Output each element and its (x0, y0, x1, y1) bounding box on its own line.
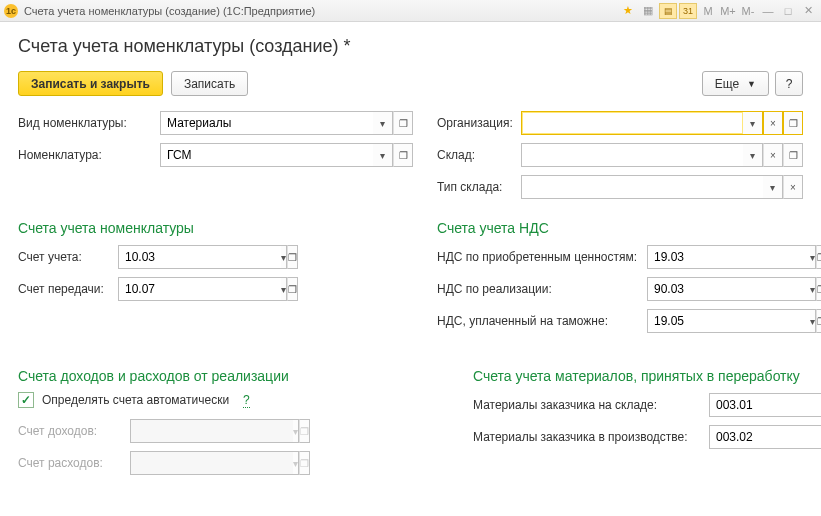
vat-sale-input[interactable]: ▾ ❐ (647, 277, 777, 301)
customer-production-input[interactable]: ▾ ❐ (709, 425, 821, 449)
warehouse-field[interactable] (521, 143, 743, 167)
clear-icon[interactable]: × (763, 111, 783, 135)
dropdown-icon[interactable]: ▾ (743, 111, 763, 135)
nomenclature-type-input[interactable]: ▾ ❐ (160, 111, 413, 135)
nomenclature-label: Номенклатура: (18, 148, 160, 162)
app-icon: 1c (4, 4, 18, 18)
more-button-label: Еще (715, 77, 739, 91)
more-button[interactable]: Еще ▼ (702, 71, 769, 96)
nomenclature-field[interactable] (160, 143, 373, 167)
mem-mplus-button[interactable]: M+ (719, 3, 737, 19)
clear-icon[interactable]: × (763, 143, 783, 167)
open-icon[interactable]: ❐ (393, 143, 413, 167)
vat-customs-label: НДС, уплаченный на таможне: (437, 314, 647, 328)
section-income-expense: Счета доходов и расходов от реализации (18, 368, 463, 384)
favorite-icon[interactable]: ★ (619, 3, 637, 19)
income-account-label: Счет доходов: (18, 424, 130, 438)
organization-field[interactable] (521, 111, 743, 135)
account-input[interactable]: ▾ ❐ (118, 245, 248, 269)
vat-purchase-label: НДС по приобретенным ценностям: (437, 250, 647, 264)
window-title: Счета учета номенклатуры (создание) (1С:… (24, 5, 619, 17)
auto-accounts-checkbox[interactable] (18, 392, 34, 408)
mem-m-button[interactable]: M (699, 3, 717, 19)
vat-sale-field[interactable] (647, 277, 810, 301)
transfer-account-label: Счет передачи: (18, 282, 118, 296)
save-button[interactable]: Записать (171, 71, 248, 96)
vat-customs-input[interactable]: ▾ ❐ (647, 309, 777, 333)
customer-warehouse-input[interactable]: ▾ ❐ (709, 393, 821, 417)
organization-input[interactable]: ▾ × ❐ (521, 111, 803, 135)
save-close-button[interactable]: Записать и закрыть (18, 71, 163, 96)
open-icon: ❐ (299, 451, 310, 475)
titlebar-actions: ★ ▦ ▤ 31 M M+ M- — □ ✕ (619, 3, 817, 19)
calc-icon[interactable]: ▤ (659, 3, 677, 19)
dropdown-icon[interactable]: ▾ (373, 111, 393, 135)
clear-icon[interactable]: × (783, 175, 803, 199)
toolbar: Записать и закрыть Записать Еще ▼ ? (18, 71, 803, 96)
section-processing-materials: Счета учета материалов, принятых в перер… (473, 368, 821, 384)
account-field[interactable] (118, 245, 281, 269)
customer-production-field[interactable] (709, 425, 821, 449)
auto-accounts-label: Определять счета автоматически (42, 393, 229, 407)
section-nomenclature-accounts: Счета учета номенклатуры (18, 220, 413, 236)
page-title: Счета учета номенклатуры (создание) * (18, 36, 803, 57)
open-icon[interactable]: ❐ (816, 277, 821, 301)
window-titlebar: 1c Счета учета номенклатуры (создание) (… (0, 0, 821, 22)
vat-purchase-input[interactable]: ▾ ❐ (647, 245, 777, 269)
calendar-icon[interactable]: 31 (679, 3, 697, 19)
open-icon[interactable]: ❐ (816, 245, 821, 269)
customer-warehouse-field[interactable] (709, 393, 821, 417)
open-icon[interactable]: ❐ (816, 309, 821, 333)
maximize-icon[interactable]: □ (779, 3, 797, 19)
expense-account-label: Счет расходов: (18, 456, 130, 470)
open-icon[interactable]: ❐ (287, 245, 298, 269)
nomenclature-type-label: Вид номенклатуры: (18, 116, 160, 130)
income-account-input: ▾ ❐ (130, 419, 260, 443)
open-icon[interactable]: ❐ (393, 111, 413, 135)
help-button[interactable]: ? (775, 71, 803, 96)
vat-purchase-field[interactable] (647, 245, 810, 269)
transfer-account-input[interactable]: ▾ ❐ (118, 277, 248, 301)
section-vat-accounts: Счета учета НДС (437, 220, 803, 236)
warehouse-type-input[interactable]: ▾ × (521, 175, 803, 199)
warehouse-type-field[interactable] (521, 175, 763, 199)
dropdown-icon[interactable]: ▾ (763, 175, 783, 199)
open-icon[interactable]: ❐ (287, 277, 298, 301)
customer-production-label: Материалы заказчика в производстве: (473, 430, 709, 444)
transfer-account-field[interactable] (118, 277, 281, 301)
open-icon: ❐ (299, 419, 310, 443)
expense-account-input: ▾ ❐ (130, 451, 260, 475)
grid-icon[interactable]: ▦ (639, 3, 657, 19)
open-icon[interactable]: ❐ (783, 111, 803, 135)
dropdown-icon[interactable]: ▾ (373, 143, 393, 167)
account-label: Счет учета: (18, 250, 118, 264)
warehouse-label: Склад: (437, 148, 521, 162)
mem-mminus-button[interactable]: M- (739, 3, 757, 19)
nomenclature-input[interactable]: ▾ ❐ (160, 143, 413, 167)
open-icon[interactable]: ❐ (783, 143, 803, 167)
organization-label: Организация: (437, 116, 521, 130)
minimize-icon[interactable]: — (759, 3, 777, 19)
vat-sale-label: НДС по реализации: (437, 282, 647, 296)
warehouse-type-label: Тип склада: (437, 180, 521, 194)
income-account-field (130, 419, 293, 443)
help-icon[interactable]: ? (243, 393, 250, 408)
warehouse-input[interactable]: ▾ × ❐ (521, 143, 803, 167)
nomenclature-type-field[interactable] (160, 111, 373, 135)
vat-customs-field[interactable] (647, 309, 810, 333)
dropdown-icon[interactable]: ▾ (743, 143, 763, 167)
close-icon[interactable]: ✕ (799, 3, 817, 19)
customer-warehouse-label: Материалы заказчика на складе: (473, 398, 709, 412)
expense-account-field (130, 451, 293, 475)
chevron-down-icon: ▼ (747, 79, 756, 89)
